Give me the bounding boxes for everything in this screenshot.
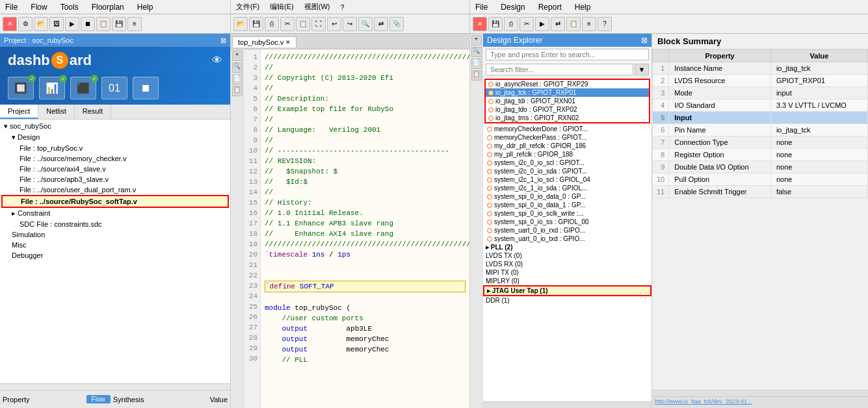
de-item-pll-refclk[interactable]: my_pll_refclk : GPIOR_188 — [483, 150, 651, 159]
ed-tb-2[interactable]: 💾 — [249, 17, 263, 31]
ed-tb-10[interactable]: 📎 — [389, 17, 404, 31]
tb-filter[interactable]: ≡ — [127, 17, 142, 31]
ed-tb-1[interactable]: 📂 — [233, 17, 248, 31]
de-vtb-2[interactable]: 🔍 — [471, 47, 482, 57]
ve-tb-1[interactable]: + — [232, 51, 243, 61]
cn-menu-edit[interactable]: 编辑(E) — [267, 2, 296, 12]
right-menu-help[interactable]: Help — [572, 3, 594, 12]
de-item-jtag-tck[interactable]: io_jtag_tck : GPIOT_RXP01 — [486, 88, 649, 97]
menu-flow[interactable]: Flow — [28, 3, 49, 12]
editor-tab-file[interactable]: top_rubySoc.v ✕ — [232, 36, 296, 47]
de-item-mipi-tx[interactable]: MIPI TX (0) — [483, 268, 651, 277]
r-tb-6[interactable]: ⇄ — [551, 17, 565, 31]
de-item-lvds-rx[interactable]: LVDS RX (0) — [483, 260, 651, 268]
ed-tb-6[interactable]: ⛶ — [311, 17, 326, 31]
tb-open[interactable]: 📂 — [34, 17, 48, 31]
ed-tb-5[interactable]: 📋 — [296, 17, 310, 31]
r-tb-7[interactable]: 📋 — [566, 17, 581, 31]
menu-file[interactable]: File — [3, 3, 20, 12]
close-icon[interactable]: ⊠ — [220, 36, 226, 45]
tree-file-apb3[interactable]: File : ../source/apb3_slave.v — [1, 174, 229, 185]
menu-help[interactable]: Help — [135, 3, 156, 12]
de-vtb-3[interactable]: 📄 — [471, 58, 482, 69]
dash-icon-5[interactable]: ⏹ — [133, 77, 159, 99]
ed-tb-8[interactable]: ↪ — [343, 17, 357, 31]
r-tb-5[interactable]: ▶ — [535, 17, 549, 31]
tb-image[interactable]: 🖼 — [49, 17, 64, 31]
de-item-i2c1-sda[interactable]: system_i2c_1_io_sda : GPIOL... — [483, 184, 651, 192]
dash-icon-2[interactable]: 📊 ✓ — [39, 77, 65, 99]
right-menu-design[interactable]: Design — [498, 3, 527, 12]
status-flow-tag[interactable]: Flow — [86, 395, 111, 403]
ed-tb-7[interactable]: ↩ — [327, 17, 341, 31]
cn-menu-file[interactable]: 文件(F) — [233, 2, 262, 12]
tree-design[interactable]: ▾ Design — [1, 132, 229, 143]
de-vtb-1[interactable]: + — [471, 35, 482, 45]
tree-constraint[interactable]: ▸ Constraint — [1, 208, 229, 219]
tree-simulation[interactable]: Simulation — [1, 229, 229, 240]
ed-tb-9[interactable]: ⇄ — [374, 17, 388, 31]
tb-play[interactable]: ▶ — [65, 17, 79, 31]
de-item-ddpll-refclk[interactable]: my_ddr_pll_refclk : GPIOR_186 — [483, 142, 651, 150]
tb-stop[interactable]: ⏹ — [81, 17, 95, 31]
de-filter-btn[interactable]: ▼ — [635, 64, 649, 75]
de-item-ddr[interactable]: DDR (1) — [483, 296, 651, 305]
r-tb-9[interactable]: ? — [598, 17, 612, 31]
r-tb-4[interactable]: ✂ — [519, 17, 534, 31]
de-vtb-4[interactable]: 📋 — [471, 70, 482, 81]
r-tb-8[interactable]: ≡ — [582, 17, 596, 31]
ve-tb-2[interactable]: 🔍 — [232, 62, 243, 73]
de-search-input[interactable] — [486, 49, 649, 60]
de-item-uart0-rxd[interactable]: system_uart_0_io_rxd : GIPO... — [483, 226, 651, 235]
tree-file-axi4[interactable]: File : ../source/axi4_slave.v — [1, 164, 229, 174]
de-item-pll[interactable]: ▸ PLL (2) — [483, 243, 651, 251]
cn-menu-help[interactable]: ? — [337, 3, 347, 11]
right-menu-file[interactable]: File — [473, 3, 490, 12]
ve-tb-3[interactable]: 📄 — [232, 74, 243, 84]
tree-file-rubysoc-softtap[interactable]: File : ../source/RubySoc_softTap.v — [1, 195, 229, 208]
tb-save[interactable]: 💾 — [112, 17, 126, 31]
tree-file-userram[interactable]: File : ../source/user_dual_port_ram.v — [1, 185, 229, 195]
de-item-memcheckerDone[interactable]: memoryCheckerDone : GPIOT... — [483, 125, 651, 133]
r-tb-3[interactable]: ⎙ — [504, 17, 518, 31]
tree-file-memory[interactable]: File : ../source/memory_checker.v — [1, 153, 229, 164]
de-item-lvds-tx[interactable]: LVDS TX (0) — [483, 251, 651, 260]
de-item-miplry[interactable]: MIPLRY (0) — [483, 277, 651, 285]
tree-file-top[interactable]: File : top_rubySoc.v — [1, 143, 229, 153]
de-filter-input[interactable] — [486, 64, 633, 75]
menu-tools[interactable]: Tools — [58, 3, 81, 12]
de-item-i2c0-scl[interactable]: system_i2c_0_io_scl : GPIOT... — [483, 159, 651, 167]
tab-result[interactable]: Result — [75, 105, 111, 119]
de-item-i2c0-sda[interactable]: system_i2c_0_io_sda : GPIOT... — [483, 167, 651, 175]
dashboard-eye-icon[interactable]: 👁 — [212, 55, 222, 66]
de-item-spi0-ss[interactable]: system_spi_0_io_ss : GPIOL_00 — [483, 218, 651, 226]
editor-tab-close[interactable]: ✕ — [285, 39, 291, 45]
de-item-jtag-tms[interactable]: io_jtag_tms : GPIOT_RXN02 — [486, 114, 649, 122]
tree-debugger[interactable]: Debugger — [1, 250, 229, 261]
de-item-jtag-tdi[interactable]: io_jtag_tdi : GPIOT_RXN01 — [486, 97, 649, 105]
tab-netlist[interactable]: Netlist — [38, 105, 75, 119]
tb-settings[interactable]: ⚙ — [18, 17, 33, 31]
tree-misc[interactable]: Misc — [1, 240, 229, 250]
ed-tb-3[interactable]: ⎙ — [265, 17, 279, 31]
tree-soc-rubySoc[interactable]: ▾ soc_rubySoc — [1, 121, 229, 132]
dash-icon-3[interactable]: ⬛ ✓ — [70, 77, 96, 99]
cn-menu-view[interactable]: 视图(W) — [302, 2, 333, 12]
tb-copy[interactable]: 📋 — [96, 17, 111, 31]
r-tb-2[interactable]: 💾 — [488, 17, 503, 31]
de-header-close[interactable]: ⊠ — [641, 36, 648, 45]
menu-floorplan[interactable]: Floorplan — [89, 3, 127, 12]
de-item-jtag-tdo[interactable]: io_jtag_tdo : GPIOT_RXP02 — [486, 105, 649, 114]
de-item-memcheckerPass[interactable]: memoryCheckerPass : GPIOT... — [483, 133, 651, 142]
dash-icon-1[interactable]: 🔲 ✓ — [8, 77, 34, 99]
de-item-jtag-usertap[interactable]: ▸ JTAG User Tap (1) — [483, 285, 651, 296]
de-item-i2c1-scl[interactable]: system_i2c_1_io_scl : GPIOL_04 — [483, 175, 651, 184]
ed-tb-4[interactable]: ✂ — [280, 17, 295, 31]
de-item-asyncreset[interactable]: io_asyncReset : GPIOT_RXP29 — [486, 80, 649, 88]
de-item-spi0-data1[interactable]: system_spi_0_io_data_1 : GP... — [483, 201, 651, 209]
de-item-uart0-txd[interactable]: system_uart_0_io_txd : GPIO... — [483, 235, 651, 243]
right-menu-report[interactable]: Report — [536, 3, 564, 12]
bs-bottom-link[interactable]: http://www.io_jtag_tck/dev_2023-01... — [652, 396, 868, 408]
r-tb-1[interactable]: ✕ — [473, 17, 487, 31]
de-item-spi0-sclk[interactable]: system_spi_0_io_sclk_write :... — [483, 209, 651, 218]
